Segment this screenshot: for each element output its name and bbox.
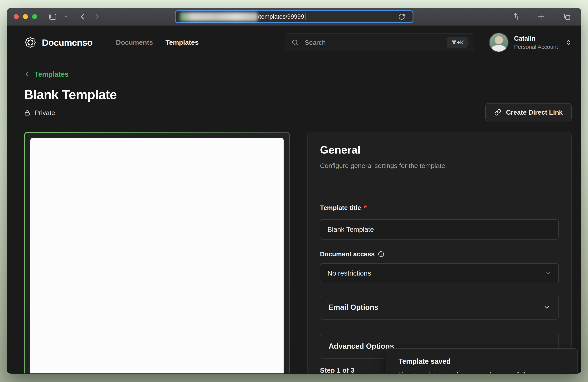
address-bar[interactable]: /templates/99999 — [175, 10, 414, 23]
window-controls — [14, 14, 37, 19]
template-title-input[interactable] — [320, 219, 559, 240]
chevron-down-icon — [543, 304, 550, 311]
settings-description: Configure general settings for the templ… — [320, 162, 559, 170]
email-options-label: Email Options — [329, 303, 378, 312]
search-icon — [291, 39, 299, 46]
page-title: Blank Template — [24, 87, 572, 102]
back-button-icon[interactable] — [76, 13, 90, 21]
minimize-window-button[interactable] — [23, 14, 28, 19]
browser-toolbar: /templates/99999 — [7, 8, 581, 26]
breadcrumb[interactable]: Templates — [24, 70, 572, 78]
documenso-app: Documenso Documents Templates ⌘+K Catali… — [7, 26, 581, 373]
account-name: Catalin — [514, 35, 558, 42]
main-nav: Documents Templates — [116, 38, 199, 46]
settings-heading: General — [320, 143, 559, 156]
forward-button-icon — [90, 13, 104, 21]
sidebar-toggle-icon[interactable] — [45, 12, 60, 21]
chevrons-up-down-icon — [565, 39, 572, 46]
toast-title: Template saved — [399, 357, 566, 365]
create-direct-link-label: Create Direct Link — [506, 109, 563, 116]
link-icon — [494, 109, 501, 116]
nav-item-templates[interactable]: Templates — [166, 38, 199, 46]
search-input[interactable] — [304, 38, 442, 46]
document-access-label: Document access — [320, 250, 375, 258]
lock-icon — [24, 110, 31, 116]
text-caret — [305, 13, 305, 21]
sidebar-menu-chevron-icon[interactable] — [60, 14, 72, 19]
redacted-site-origin — [180, 12, 258, 21]
brand[interactable]: Documenso — [24, 36, 92, 49]
url-path-text: /templates/99999 — [258, 13, 304, 20]
document-access-value: No restrictions — [327, 269, 371, 277]
section-divider — [320, 181, 559, 181]
documenso-logo-icon — [24, 36, 37, 49]
toolbar-divider — [74, 12, 74, 21]
info-icon[interactable] — [378, 251, 384, 257]
close-window-button[interactable] — [14, 14, 19, 19]
create-direct-link-button[interactable]: Create Direct Link — [485, 103, 572, 121]
avatar — [489, 33, 508, 52]
share-icon[interactable] — [508, 13, 523, 21]
advanced-options-label: Advanced Options — [329, 342, 394, 350]
reload-icon[interactable] — [395, 13, 408, 20]
document-access-field: Document access No restrictions — [320, 250, 559, 283]
template-title-field: Template title * — [320, 204, 559, 240]
document-preview-frame — [24, 132, 290, 373]
template-title-label: Template title — [320, 204, 361, 211]
account-type: Personal Account — [514, 44, 558, 50]
search-shortcut-badge: ⌘+K — [447, 37, 468, 48]
brand-name: Documenso — [42, 37, 92, 48]
chevron-left-icon — [24, 71, 31, 78]
toast-message: Your templates has been saved successful… — [399, 371, 566, 373]
search-bar[interactable]: ⌘+K — [285, 34, 474, 51]
template-editor-content: Templates Blank Template Private Create … — [7, 59, 581, 373]
breadcrumb-label: Templates — [35, 70, 68, 78]
nav-item-documents[interactable]: Documents — [116, 38, 153, 46]
required-asterisk: * — [364, 204, 367, 211]
visibility-label: Private — [35, 109, 55, 116]
email-options-toggle[interactable]: Email Options — [320, 295, 559, 320]
tab-overview-icon[interactable] — [560, 12, 574, 21]
new-tab-icon[interactable] — [534, 13, 548, 21]
document-access-select[interactable]: No restrictions — [320, 263, 559, 283]
browser-window: /templates/99999 — [7, 8, 581, 374]
zoom-window-button[interactable] — [32, 14, 37, 19]
toast-notification[interactable]: Template saved Your templates has been s… — [386, 348, 578, 373]
app-header: Documenso Documents Templates ⌘+K Catali… — [7, 26, 581, 59]
general-settings-card: General Configure general settings for t… — [307, 132, 572, 373]
document-page[interactable] — [30, 138, 284, 373]
document-preview-card — [25, 133, 289, 373]
chevron-down-icon — [545, 270, 551, 276]
account-menu[interactable]: Catalin Personal Account — [489, 33, 572, 52]
